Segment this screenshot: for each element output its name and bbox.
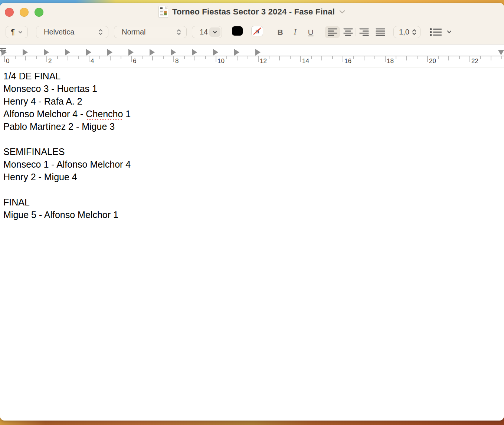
text-segment: FINAL bbox=[3, 197, 30, 207]
text-segment: Monseco 3 - Huertas 1 bbox=[3, 83, 97, 94]
text-segment: Alfonso Melchor 4 - bbox=[3, 109, 86, 119]
text-color-well[interactable] bbox=[232, 26, 243, 36]
texteditor-window: Torneo Fiestas Sector 3 2024 - Fase Fina… bbox=[0, 3, 504, 421]
text-line: 1/4 DE FINAL bbox=[3, 70, 500, 82]
ruler-tick bbox=[131, 56, 132, 62]
ruler-tick bbox=[163, 56, 164, 59]
list-style-button[interactable] bbox=[430, 26, 452, 38]
paragraph-style-value: Normal bbox=[122, 28, 145, 36]
font-size-value: 14 bbox=[200, 28, 208, 36]
tab-stop-marker[interactable] bbox=[171, 49, 176, 56]
ruler-tick bbox=[448, 56, 449, 60]
ruler-tick bbox=[142, 56, 143, 59]
ruler-line bbox=[0, 56, 504, 56]
ruler-number: 6 bbox=[133, 57, 136, 65]
text-line: SEMIFINALES bbox=[3, 145, 500, 158]
text-segment: 1 bbox=[123, 109, 131, 119]
tab-stop-marker[interactable] bbox=[150, 49, 155, 56]
line-spacing-stepper[interactable]: 1,0 bbox=[393, 26, 420, 38]
ruler-tick bbox=[226, 56, 227, 59]
text-line: FINAL bbox=[3, 196, 500, 208]
ruler-number: 20 bbox=[429, 57, 436, 65]
align-right-icon bbox=[359, 28, 369, 36]
tab-stop-marker[interactable] bbox=[44, 49, 49, 56]
ruler-number: 0 bbox=[6, 57, 9, 65]
ruler-tick bbox=[121, 56, 121, 59]
ruler-tick bbox=[173, 56, 174, 62]
chevron-up-down-icon bbox=[98, 29, 103, 35]
ruler-tick bbox=[15, 56, 16, 59]
tab-stop-marker[interactable] bbox=[1, 49, 7, 56]
ruler-tick bbox=[417, 56, 418, 59]
no-color-slash-icon bbox=[252, 26, 263, 36]
tab-stop-marker[interactable] bbox=[192, 49, 197, 56]
ruler-tick bbox=[459, 56, 460, 59]
tab-stop-marker[interactable] bbox=[255, 49, 261, 56]
font-size-dropdown-segment[interactable] bbox=[209, 27, 220, 37]
ruler-tick bbox=[396, 56, 396, 59]
align-justify-button[interactable] bbox=[373, 26, 388, 38]
tab-stop-marker[interactable] bbox=[234, 49, 239, 56]
ruler-tick bbox=[480, 56, 481, 59]
ruler-tick bbox=[258, 56, 259, 62]
ruler-tick bbox=[353, 56, 354, 59]
align-center-button[interactable] bbox=[340, 26, 356, 38]
divider bbox=[372, 28, 372, 36]
format-toolbar: ¶ Helvetica Normal 14 a bbox=[0, 21, 504, 45]
text-segment: Henry 4 - Rafa A. 2 bbox=[3, 96, 82, 106]
ruler-tick bbox=[68, 56, 68, 60]
ruler-tick bbox=[374, 56, 375, 59]
ruler-tick bbox=[57, 56, 58, 59]
text-segment: SEMIFINALES bbox=[3, 146, 65, 157]
ruler-tick bbox=[46, 56, 47, 62]
text-line bbox=[3, 183, 500, 196]
bold-button[interactable]: B bbox=[274, 26, 287, 38]
underline-button[interactable]: U bbox=[304, 26, 317, 38]
text-line: Henry 2 - Migue 4 bbox=[3, 171, 500, 183]
ruler-tick bbox=[406, 56, 407, 60]
tab-stop-marker[interactable] bbox=[107, 49, 112, 56]
align-left-button[interactable] bbox=[325, 26, 340, 38]
ruler-tick bbox=[184, 56, 185, 59]
ruler-tick bbox=[385, 56, 386, 62]
document-icon bbox=[159, 6, 168, 17]
ruler-tick bbox=[364, 56, 364, 60]
ruler-tick bbox=[205, 56, 206, 59]
highlight-color-button[interactable]: a bbox=[252, 26, 263, 36]
tab-stop-marker[interactable] bbox=[23, 49, 28, 56]
title-group: Torneo Fiestas Sector 3 2024 - Fase Fina… bbox=[0, 3, 504, 21]
font-size-select[interactable]: 14 bbox=[192, 26, 222, 38]
pilcrow-icon: ¶ bbox=[11, 28, 15, 36]
text-line: Monseco 3 - Huertas 1 bbox=[3, 82, 500, 95]
tab-stop-marker[interactable] bbox=[65, 49, 70, 56]
right-margin-marker[interactable] bbox=[498, 50, 504, 55]
tab-stop-marker[interactable] bbox=[86, 49, 91, 56]
window-title: Torneo Fiestas Sector 3 2024 - Fase Fina… bbox=[172, 7, 335, 17]
ruler-number: 18 bbox=[387, 57, 394, 65]
ruler-tick bbox=[321, 56, 322, 60]
align-left-icon bbox=[328, 28, 337, 36]
font-family-select[interactable]: Helvetica bbox=[36, 26, 108, 38]
screen: Torneo Fiestas Sector 3 2024 - Fase Fina… bbox=[0, 0, 504, 425]
document-text[interactable]: 1/4 DE FINALMonseco 3 - Huertas 1Henry 4… bbox=[0, 68, 504, 403]
ruler-number: 12 bbox=[260, 57, 267, 65]
ruler-tick bbox=[501, 56, 502, 59]
divider bbox=[287, 27, 287, 37]
ruler-tick bbox=[311, 56, 312, 59]
ruler-tick bbox=[491, 56, 491, 60]
divider bbox=[302, 27, 302, 37]
text-line: Migue 5 - Alfonso Melchor 1 bbox=[3, 208, 500, 221]
ruler-tick bbox=[25, 56, 26, 60]
tab-stop-marker[interactable] bbox=[128, 49, 134, 56]
ruler-tick bbox=[152, 56, 153, 60]
tab-stop-marker[interactable] bbox=[213, 49, 218, 56]
paragraph-menu-button[interactable]: ¶ bbox=[6, 26, 28, 38]
align-right-button[interactable] bbox=[356, 26, 372, 38]
ruler[interactable]: 0246810121416182022 bbox=[0, 45, 504, 68]
ruler-number: 14 bbox=[302, 57, 309, 65]
paragraph-style-select[interactable]: Normal bbox=[114, 26, 187, 38]
italic-button[interactable]: I bbox=[288, 26, 302, 38]
title-chevron-down-icon[interactable] bbox=[339, 10, 345, 14]
ruler-number: 2 bbox=[48, 57, 52, 65]
ruler-tick bbox=[469, 56, 470, 62]
